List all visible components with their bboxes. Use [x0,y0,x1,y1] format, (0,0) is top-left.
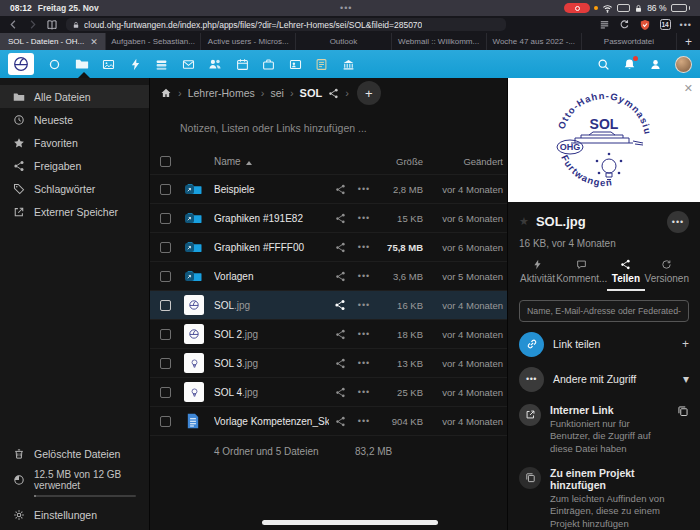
tab-active[interactable]: SOL - Dateien - OH... ✕ [0,33,105,50]
close-details-icon[interactable]: ✕ [684,82,693,95]
share-icon[interactable] [329,299,351,311]
row-actions-icon[interactable]: ••• [351,300,377,310]
row-checkbox[interactable] [160,300,171,311]
expand-chevron-icon[interactable]: ▾ [683,372,689,386]
file-row[interactable]: Beispiele ••• 2,8 MB vor 4 Monaten [150,174,507,203]
sidebar-item-external-storage[interactable]: Externer Speicher [0,200,149,223]
new-tab-button[interactable]: + [676,33,700,50]
details-actions-button[interactable]: ••• [667,211,689,233]
search-icon[interactable] [597,58,610,71]
ohg-logo[interactable] [8,53,34,75]
tab-activity[interactable]: Aktivität [519,259,556,291]
photos-icon[interactable] [102,58,115,71]
home-indicator[interactable] [262,520,438,525]
adblock-shield-icon[interactable] [639,19,651,31]
contacts-menu-icon[interactable] [649,58,662,71]
breadcrumb-current[interactable]: SOL [300,87,323,99]
internal-link-row[interactable]: Interner Link Funktioniert nur für Benut… [519,404,689,455]
tab[interactable]: Passwortdatei [581,33,676,50]
row-actions-icon[interactable]: ••• [351,416,377,426]
tasks-icon[interactable] [262,58,275,71]
deck-icon[interactable] [155,58,168,71]
share-icon[interactable] [329,329,351,340]
column-name[interactable]: Name [214,156,329,167]
address-bar[interactable]: cloud.ohg-furtwangen.de/index.php/apps/f… [66,18,506,31]
workspace-note-placeholder[interactable]: Notizen, Listen oder Links hinzufügen ..… [150,108,507,148]
file-row[interactable]: Vorlagen ••• 3,6 MB vor 5 Monaten [150,261,507,290]
tab[interactable]: Active users - Micros... [200,33,295,50]
sidebar-item-all-files[interactable]: Alle Dateien [0,85,149,108]
row-actions-icon[interactable]: ••• [351,213,377,223]
back-button[interactable] [8,19,19,30]
row-actions-icon[interactable]: ••• [351,358,377,368]
row-actions-icon[interactable]: ••• [351,271,377,281]
share-icon[interactable] [329,387,351,398]
file-row[interactable]: SOL 3.jpg ••• 13 KB vor 4 Monaten [150,348,507,377]
file-row-selected[interactable]: SOL.jpg ••• 16 KB vor 4 Monaten [150,290,507,319]
reader-icon[interactable] [599,19,610,30]
file-row[interactable]: SOL 2.jpg ••• 18 KB vor 4 Monaten [150,319,507,348]
file-row[interactable]: Vorlage Kompetenzen_Sketch ....docx ••• … [150,406,507,435]
share-icon[interactable] [329,416,351,427]
sidebar-item-shares[interactable]: Freigaben [0,154,149,177]
row-checkbox[interactable] [160,242,171,253]
notifications-bell-icon[interactable] [623,58,636,71]
file-row[interactable]: SOL 4.jpg ••• 25 KB vor 4 Monaten [150,377,507,406]
select-all-checkbox[interactable] [160,156,171,167]
reload-icon[interactable] [619,19,630,30]
tab[interactable]: Aufgaben - Sebastian... [105,33,200,50]
notes-icon[interactable] [315,58,328,71]
forward-button[interactable] [27,19,38,30]
row-actions-icon[interactable]: ••• [351,184,377,194]
bookmarks-icon[interactable] [46,19,58,31]
office-icon[interactable] [289,58,302,71]
add-to-project-row[interactable]: Zu einem Projekt hinzufügen Zum leichten… [519,467,689,530]
row-checkbox[interactable] [160,184,171,195]
file-row[interactable]: Graphiken #191E82 ••• 15 KB vor 6 Monate… [150,203,507,232]
contacts-icon[interactable] [208,57,222,71]
row-checkbox[interactable] [160,213,171,224]
sidebar-item-trash[interactable]: Gelöschte Dateien [0,442,149,465]
row-actions-icon[interactable]: ••• [351,329,377,339]
column-modified[interactable]: Geändert [427,156,503,167]
browser-more-icon[interactable]: ••• [680,20,692,30]
row-actions-icon[interactable]: ••• [351,387,377,397]
sidebar-item-tags[interactable]: Schlagwörter [0,177,149,200]
row-checkbox[interactable] [160,329,171,340]
row-checkbox[interactable] [160,271,171,282]
tab-versions[interactable]: Versionen [645,259,689,291]
share-icon[interactable] [329,184,351,195]
breadcrumb-item[interactable]: Lehrer-Homes [188,87,255,99]
sidebar-item-settings[interactable]: Einstellungen [0,503,149,526]
tab[interactable]: Outlook [295,33,390,50]
tab-comments[interactable]: Komment... [556,259,607,291]
tab[interactable]: Webmail :: Willkomm... [391,33,486,50]
screen-recording-indicator[interactable] [564,3,590,13]
copy-link-icon[interactable] [677,405,689,417]
row-checkbox[interactable] [160,387,171,398]
close-tab-icon[interactable]: ✕ [90,37,98,47]
share-icon[interactable] [329,271,351,282]
column-size[interactable]: Größe [377,156,427,167]
tabs-button[interactable]: 14 [660,19,671,30]
add-new-button[interactable]: + [357,81,381,105]
courses-icon[interactable] [342,58,355,71]
others-with-access-row[interactable]: ••• Andere mit Zugriff ▾ [519,367,689,392]
files-icon[interactable] [75,57,89,71]
activity-icon[interactable] [129,58,142,71]
breadcrumb-item[interactable]: sei [270,87,283,99]
home-icon[interactable] [160,87,172,99]
share-link-row[interactable]: Link teilen + [519,332,689,357]
favorite-star-icon[interactable]: ★ [519,215,529,228]
calendar-icon[interactable] [236,58,249,71]
breadcrumb-share-icon[interactable] [328,88,339,99]
sidebar-item-recent[interactable]: Neueste [0,108,149,131]
sidebar-item-favorites[interactable]: Favoriten [0,131,149,154]
dashboard-icon[interactable] [48,58,61,71]
row-checkbox[interactable] [160,416,171,427]
tab-sharing[interactable]: Teilen [607,259,644,291]
file-row[interactable]: Graphiken #FFFF00 ••• 75,8 MB vor 6 Mona… [150,232,507,261]
add-link-share-icon[interactable]: + [682,337,689,351]
share-icon[interactable] [329,213,351,224]
user-avatar[interactable] [675,56,692,73]
